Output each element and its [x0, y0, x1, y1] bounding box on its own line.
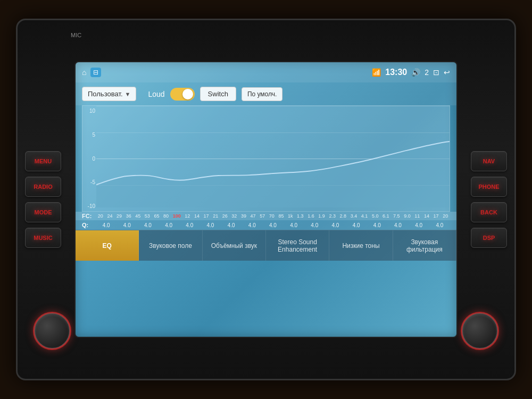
q-val-11: 4.0: [311, 222, 318, 228]
fc-val-2-8: 2.8: [340, 213, 347, 219]
music-button[interactable]: MUSIC: [25, 228, 61, 248]
fc-val-36: 36: [126, 213, 131, 219]
fc-val-47: 47: [251, 213, 256, 219]
y-label-neg5: -5: [84, 179, 95, 185]
q-val-3: 4.0: [144, 222, 152, 228]
loud-label: Loud: [148, 90, 164, 98]
q-val-4: 4.0: [165, 222, 172, 228]
q-val-5: 4.0: [186, 222, 193, 228]
q-val-7: 4.0: [228, 222, 235, 228]
tab-audio-filter[interactable]: Звуковая фильтрация: [393, 230, 456, 261]
back-button[interactable]: BACK: [471, 202, 507, 222]
loud-toggle[interactable]: [170, 88, 195, 101]
fc-val-1-3: 1.3: [297, 213, 304, 219]
menu-button[interactable]: MENU: [25, 151, 61, 171]
fc-val-17b: 17: [434, 213, 439, 219]
volume-number: 2: [425, 68, 429, 77]
q-val-2: 4.0: [123, 222, 131, 228]
back-nav-icon: ↩: [444, 68, 450, 77]
radio-button[interactable]: RADIO: [25, 177, 61, 197]
fc-val-1-6: 1.6: [307, 213, 314, 219]
dropdown-arrow-icon: ▼: [125, 91, 131, 97]
fc-val-26: 26: [222, 213, 228, 219]
q-val-10: 4.0: [290, 222, 297, 228]
eq-chart: 10 5 0 -5 -10: [82, 105, 450, 212]
q-label: Q:: [82, 222, 96, 228]
switch-button[interactable]: Switch: [200, 87, 236, 101]
tab-eq[interactable]: EQ: [76, 230, 139, 261]
fc-row: FC: 20 24 29 36 45 53 65 80 100 12 14 17…: [76, 212, 456, 220]
left-button-group: MENU RADIO MODE MUSIC: [25, 151, 61, 248]
mic-label: MIC: [71, 32, 81, 38]
fc-val-5-0: 5.0: [372, 213, 379, 219]
car-unit: MIC MENU RADIO MODE MUSIC NAV PHONE BACK…: [16, 19, 516, 380]
fc-val-29: 29: [117, 213, 122, 219]
fc-label: FC:: [82, 213, 96, 219]
right-button-group: NAV PHONE BACK DSP: [471, 151, 507, 248]
q-val-16: 4.0: [415, 222, 422, 228]
volume-icon: 🔊: [411, 68, 420, 77]
q-val-15: 4.0: [394, 222, 402, 228]
dsp-button[interactable]: DSP: [471, 228, 507, 248]
fc-val-53: 53: [145, 213, 150, 219]
cast-icon: ⊡: [433, 68, 439, 77]
tab-sound-field[interactable]: Звуковое поле: [139, 230, 202, 261]
fc-val-9-0: 9.0: [404, 213, 411, 219]
fc-val-1k: 1k: [288, 213, 293, 219]
bottom-tabs: EQ Звуковое поле Объёмный звук Stereo So…: [76, 230, 456, 261]
y-label-neg10: -10: [84, 203, 95, 209]
q-val-17: 4.0: [436, 222, 443, 228]
phone-button[interactable]: PHONE: [471, 177, 507, 197]
q-row: Q: 4.0 4.0 4.0 4.0 4.0 4.0 4.0 4.0 4.0 4…: [76, 220, 456, 230]
eq-y-axis: 10 5 0 -5 -10: [82, 106, 96, 211]
fc-val-14b: 14: [424, 213, 429, 219]
fc-val-20b: 20: [443, 213, 448, 219]
q-val-14: 4.0: [373, 222, 381, 228]
tab-bass[interactable]: Низкие тоны: [329, 230, 393, 261]
q-val-13: 4.0: [353, 222, 360, 228]
fc-val-70: 70: [269, 213, 275, 219]
status-bar: ⌂ ⊟ 📶 13:30 🔊 2 ⊡ ↩: [76, 62, 456, 82]
q-val-6: 4.0: [206, 222, 214, 228]
fc-val-4-1: 4.1: [361, 213, 368, 219]
controls-bar: Пользоват. ▼ Loud Switch По умолч.: [76, 82, 456, 105]
q-val-8: 4.0: [248, 222, 256, 228]
q-val-9: 4.0: [269, 222, 277, 228]
left-knob[interactable]: [34, 312, 71, 350]
fc-val-17: 17: [204, 213, 209, 219]
status-time: 13:30: [385, 68, 407, 77]
fc-val-2-3: 2.3: [329, 213, 336, 219]
preset-label: Пользоват.: [88, 90, 123, 98]
tab-surround[interactable]: Объёмный звук: [203, 230, 266, 261]
preset-dropdown[interactable]: Пользоват. ▼: [82, 87, 136, 101]
default-button[interactable]: По умолч.: [242, 87, 282, 101]
fc-val-80: 80: [163, 213, 169, 219]
fc-val-11: 11: [414, 213, 420, 219]
y-label-10: 10: [84, 108, 95, 114]
q-val-1: 4.0: [103, 222, 110, 228]
fc-val-57: 57: [260, 213, 265, 219]
right-knob[interactable]: [461, 312, 498, 350]
fc-val-32: 32: [231, 213, 237, 219]
fc-val-20: 20: [98, 213, 103, 219]
tab-stereo-enhancement[interactable]: Stereo Sound Enhancement: [266, 230, 329, 261]
fc-val-24: 24: [107, 213, 112, 219]
fc-val-85: 85: [278, 213, 284, 219]
eq-svg-curve: [96, 106, 450, 207]
fc-val-7-5: 7.5: [393, 213, 400, 219]
q-values: 4.0 4.0 4.0 4.0 4.0 4.0 4.0 4.0 4.0 4.0 …: [96, 222, 450, 228]
y-label-5: 5: [84, 132, 95, 138]
nav-button[interactable]: NAV: [471, 151, 507, 171]
main-screen: ⌂ ⊟ 📶 13:30 🔊 2 ⊡ ↩ Пользоват. ▼ Loud Sw…: [74, 61, 458, 338]
fc-values: 20 24 29 36 45 53 65 80 100 12 14 17 21 …: [96, 213, 450, 219]
fc-val-14: 14: [194, 213, 200, 219]
y-label-0: 0: [84, 156, 95, 162]
mode-button[interactable]: MODE: [25, 202, 61, 222]
fc-val-100: 100: [173, 213, 181, 219]
signal-icon: 📶: [372, 68, 381, 77]
fc-val-65: 65: [154, 213, 159, 219]
fc-val-12: 12: [185, 213, 190, 219]
fc-val-45: 45: [135, 213, 140, 219]
fc-val-1-9: 1.9: [318, 213, 325, 219]
eq-icon: ⊟: [90, 68, 101, 77]
